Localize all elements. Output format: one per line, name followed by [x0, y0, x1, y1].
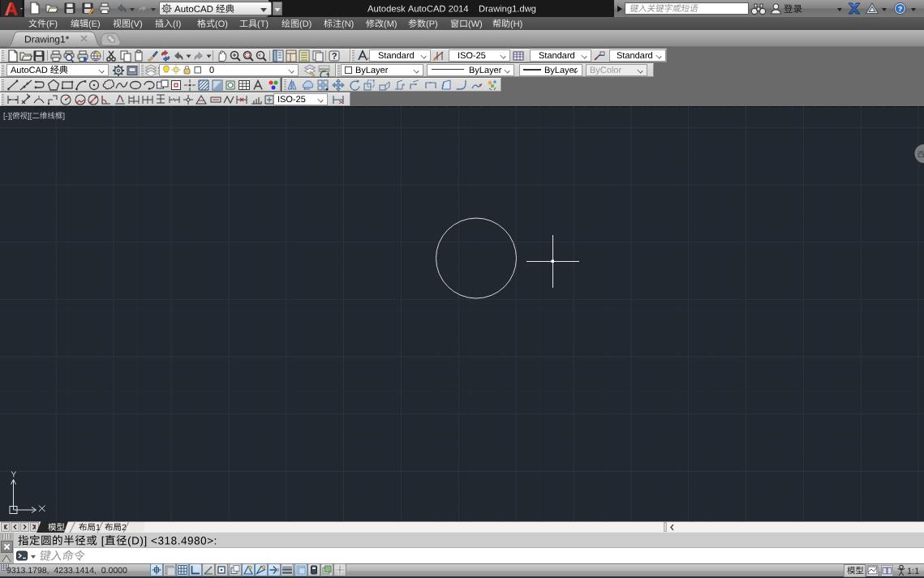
svg-text:?: ? [898, 5, 903, 13]
svg-text:?: ? [332, 51, 337, 61]
